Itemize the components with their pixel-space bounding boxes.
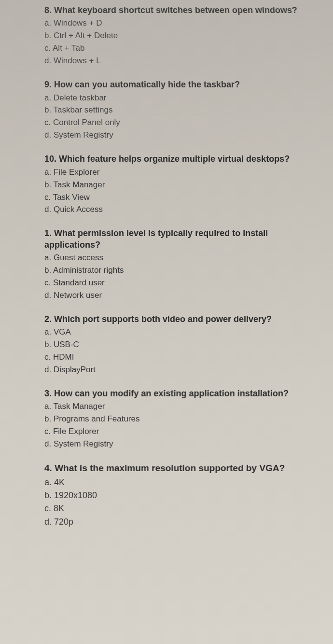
option-c: c. 8K <box>44 503 319 514</box>
option-a-text: Guest access <box>54 253 103 262</box>
question-text: 9. How can you automatically hide the ta… <box>44 79 319 90</box>
option-a: a. Guest access <box>44 252 319 264</box>
option-b: b. Administrator rights <box>44 265 319 276</box>
option-d: d. Windows + L <box>44 56 319 67</box>
option-d-text: Network user <box>54 291 102 300</box>
option-b: b. USB-C <box>44 339 319 350</box>
option-c-text: File Explorer <box>53 427 99 436</box>
option-a: a. Windows + D <box>44 18 319 29</box>
question-1: 1. What permission level is typically re… <box>44 228 319 301</box>
option-a-text: VGA <box>54 327 71 336</box>
question-number: 9. <box>44 80 52 89</box>
option-b-text: Task Manager <box>54 180 105 189</box>
option-b-text: Ctrl + Alt + Delete <box>54 31 118 40</box>
option-b: b. Ctrl + Alt + Delete <box>44 30 319 42</box>
question-3: 3. How can you modify an existing applic… <box>44 388 319 450</box>
option-d: d. Network user <box>44 290 319 301</box>
option-a: a. Delete taskbar <box>44 93 319 104</box>
question-text: 2. Which port supports both video and po… <box>44 314 319 325</box>
question-10: 10. Which feature helps organize multipl… <box>44 154 319 215</box>
question-text: 8. What keyboard shortcut switches betwe… <box>44 5 319 16</box>
option-d-text: System Registry <box>54 130 113 140</box>
option-d: d. Quick Access <box>44 204 319 215</box>
option-c: c. HDMI <box>44 352 319 363</box>
option-a: a. Task Manager <box>44 401 319 412</box>
option-d-text: 720p <box>54 517 73 527</box>
question-9: 9. How can you automatically hide the ta… <box>44 79 319 141</box>
question-text: 10. Which feature helps organize multipl… <box>44 154 319 165</box>
option-c-text: Standard user <box>53 278 105 287</box>
option-b-text: Programs and Features <box>54 414 140 423</box>
option-c: c. Task View <box>44 192 319 203</box>
option-c-text: HDMI <box>53 352 74 362</box>
option-c: c. File Explorer <box>44 426 319 437</box>
option-a-text: File Explorer <box>54 168 99 177</box>
option-b-text: Administrator rights <box>53 266 124 275</box>
option-d: d. System Registry <box>44 439 318 450</box>
question-body: What permission level is typically requi… <box>44 228 268 249</box>
question-number: 10. <box>44 154 56 164</box>
option-a: a. VGA <box>44 327 319 338</box>
option-a-text: Task Manager <box>54 402 105 411</box>
question-body: What is the maximum resolution supported… <box>55 463 285 473</box>
option-d: d. DisplayPort <box>44 364 319 376</box>
option-b: b. Taskbar settings <box>44 105 319 116</box>
option-a: a. 4K <box>44 476 319 488</box>
option-c-text: Control Panel only <box>53 118 120 127</box>
question-body: Which feature helps organize multiple vi… <box>59 154 290 164</box>
option-c: c. Control Panel only <box>44 117 319 128</box>
option-c: c. Standard user <box>44 278 319 289</box>
option-a-text: 4K <box>54 477 65 487</box>
option-d-text: Quick Access <box>54 205 103 214</box>
option-c: c. Alt + Tab <box>44 43 319 54</box>
question-number: 2. <box>44 314 52 324</box>
option-b: b. 1920x1080 <box>44 490 319 501</box>
option-b: b. Programs and Features <box>44 414 319 425</box>
question-4: 4. What is the maximum resolution suppor… <box>44 462 319 528</box>
option-d-text: Windows + L <box>54 56 101 65</box>
question-number: 3. <box>44 389 52 398</box>
question-2: 2. Which port supports both video and po… <box>44 314 319 376</box>
question-text: 4. What is the maximum resolution suppor… <box>44 462 319 475</box>
question-text: 3. How can you modify an existing applic… <box>44 388 319 399</box>
question-number: 8. <box>44 5 52 15</box>
option-a-text: Delete taskbar <box>54 93 107 102</box>
question-body: How can you automatically hide the taskb… <box>54 80 240 89</box>
option-c-text: Alt + Tab <box>53 43 84 53</box>
option-a-text: Windows + D <box>54 19 102 28</box>
question-text: 1. What permission level is typically re… <box>44 228 319 251</box>
option-a: a. File Explorer <box>44 167 319 178</box>
question-body: What keyboard shortcut switches between … <box>54 5 298 15</box>
option-c-text: Task View <box>53 193 90 202</box>
question-8: 8. What keyboard shortcut switches betwe… <box>44 5 319 67</box>
option-d-text: DisplayPort <box>54 365 96 374</box>
question-number: 1. <box>44 228 52 238</box>
option-d-text: System Registry <box>54 439 113 448</box>
question-body: Which port supports both video and power… <box>54 314 272 324</box>
option-b: b. Task Manager <box>44 180 319 191</box>
option-d: d. System Registry <box>44 130 319 141</box>
option-c-text: 8K <box>54 504 64 513</box>
option-b-text: USB-C <box>54 340 79 349</box>
option-d: d. 720p <box>44 516 318 528</box>
option-b-text: Taskbar settings <box>54 106 113 115</box>
option-b-text: 1920x1080 <box>54 490 97 500</box>
question-body: How can you modify an existing applicati… <box>54 389 289 398</box>
question-number: 4. <box>44 463 52 473</box>
